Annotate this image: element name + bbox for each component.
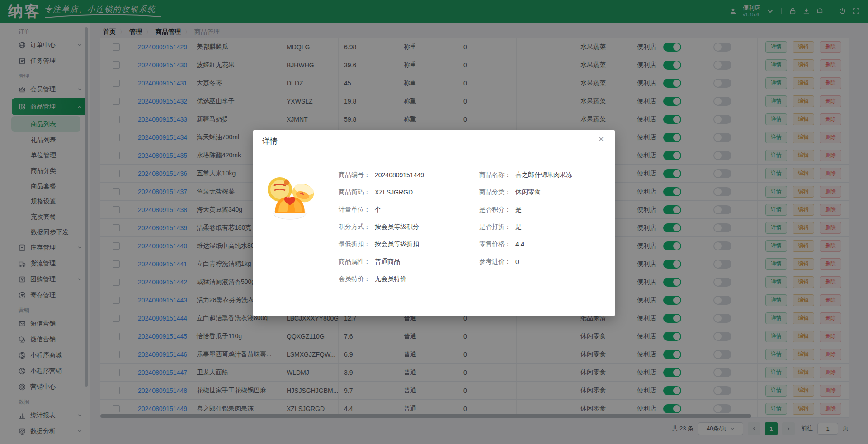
- field-label: 零售价格：: [479, 240, 511, 248]
- app-root: 纳客 专注单店、小连锁的收银系统 便利店 v1.15.6 订单订单中心任务管理管…: [0, 0, 868, 444]
- field-value: 4.4: [515, 241, 524, 248]
- field-value: 0: [515, 258, 519, 265]
- field-label: 商品属性：: [339, 258, 370, 266]
- field-label: 会员特价：: [339, 275, 370, 283]
- field-value: 是: [515, 223, 522, 231]
- modal-fields-right: 商品名称：喜之郎什锦果肉果冻商品分类：休闲零食是否积分：是是否打折：是零售价格：…: [479, 166, 610, 270]
- modal-field: 计量单位：个: [339, 201, 474, 218]
- product-image: [264, 169, 318, 223]
- field-label: 积分方式：: [339, 223, 370, 231]
- modal-field: 参考进价：0: [479, 253, 610, 270]
- modal-field: 商品分类：休闲零食: [479, 184, 610, 201]
- field-value: 按会员等级积分: [375, 223, 419, 231]
- field-label: 商品简码：: [339, 188, 370, 196]
- modal-field: 最低折扣：按会员等级折扣: [339, 236, 474, 253]
- field-value: 喜之郎什锦果肉果冻: [515, 171, 572, 179]
- field-value: XZLSJGRGD: [375, 189, 413, 196]
- field-label: 商品编号：: [339, 171, 370, 179]
- field-value: 是: [515, 206, 522, 214]
- field-value: 20240809151449: [375, 171, 424, 179]
- field-value: 休闲零食: [515, 188, 541, 196]
- modal-field: 商品编号：20240809151449: [339, 166, 474, 184]
- field-value: 无会员特价: [375, 275, 406, 283]
- modal-field: 零售价格：4.4: [479, 236, 610, 253]
- modal-field: 商品属性：普通商品: [339, 253, 474, 270]
- modal-field: 商品名称：喜之郎什锦果肉果冻: [479, 166, 610, 184]
- field-label: 最低折扣：: [339, 240, 370, 248]
- modal-field: 积分方式：按会员等级积分: [339, 218, 474, 236]
- field-label: 是否积分：: [479, 206, 511, 214]
- modal-fields-left: 商品编号：20240809151449商品简码：XZLSJGRGD计量单位：个积…: [339, 166, 474, 288]
- field-label: 商品分类：: [479, 188, 511, 196]
- modal-field: 商品简码：XZLSJGRGD: [339, 184, 474, 201]
- detail-modal: 详情 ✕ 商品: [253, 130, 615, 316]
- field-value: 个: [375, 206, 381, 214]
- modal-field: 会员特价：无会员特价: [339, 270, 474, 288]
- modal-title: 详情: [262, 136, 278, 146]
- field-label: 参考进价：: [479, 258, 511, 266]
- field-value: 普通商品: [375, 258, 400, 266]
- field-label: 是否打折：: [479, 223, 511, 231]
- close-icon[interactable]: ✕: [598, 136, 604, 142]
- modal-field: 是否积分：是: [479, 201, 610, 218]
- modal-field: 是否打折：是: [479, 218, 610, 236]
- field-value: 按会员等级折扣: [375, 240, 419, 248]
- field-label: 商品名称：: [479, 171, 511, 179]
- field-label: 计量单位：: [339, 206, 370, 214]
